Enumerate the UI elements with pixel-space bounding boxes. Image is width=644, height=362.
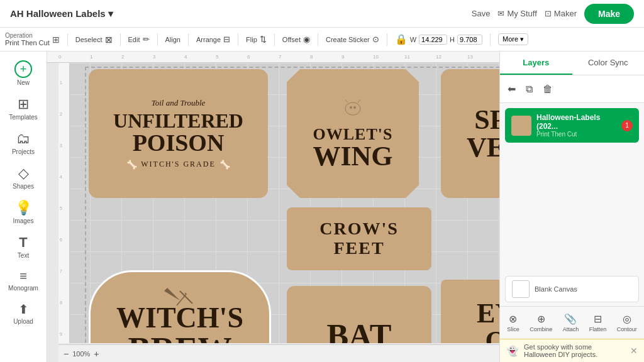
envelope-icon: ✉ (497, 9, 504, 18)
toolbar-offset-group[interactable]: Offset ◉ (282, 35, 310, 44)
contour-label: Contour (617, 326, 637, 332)
svg-point-2 (353, 106, 356, 109)
right-panel: Layers Color Sync ⬅ ⧉ 🗑 Halloween-Labels… (499, 52, 644, 362)
unfiltered-poison-label[interactable]: Toil and Trouble UNFILTERED POISON 🦴 WIT… (89, 69, 268, 198)
ghost-icon: 👻 (506, 345, 519, 357)
layers-list: Halloween-Labels (202... Print Then Cut … (500, 103, 644, 306)
project-title[interactable]: AH Halloween Labels ▾ (10, 8, 113, 19)
panel-delete-button[interactable]: 🗑 (540, 80, 555, 97)
images-icon: 💡 (15, 200, 32, 216)
canvas-content[interactable]: Toil and Trouble UNFILTERED POISON 🦴 WIT… (70, 63, 499, 343)
flatten-icon: ⊟ (594, 313, 602, 325)
sep4 (188, 33, 189, 46)
pencil-icon: ✏ (143, 35, 150, 44)
shapes-icon: ◇ (18, 165, 29, 182)
toolbar-flip-group[interactable]: Flip ⇅ (246, 35, 267, 44)
owlets-line2: WING (313, 143, 392, 170)
eye-line1: EY (477, 300, 499, 327)
top-nav: AH Halloween Labels ▾ Save ✉ My Stuff ⊡ … (0, 0, 644, 28)
sidebar-item-text[interactable]: T Text (3, 231, 44, 263)
spiders-venom-label[interactable]: SPI VEN (441, 69, 499, 198)
promo-close-button[interactable]: ✕ (630, 346, 638, 356)
zoom-value: 100% (72, 350, 90, 358)
sidebar-item-projects-label: Projects (12, 148, 35, 155)
sidebar-item-images[interactable]: 💡 Images (3, 196, 44, 228)
deselect-icon: ⊠ (105, 35, 113, 45)
layer-item[interactable]: Halloween-Labels (202... Print Then Cut … (505, 108, 639, 143)
combine-icon: ⊕ (537, 313, 545, 325)
eye-line2: O (485, 327, 499, 344)
sidebar-item-upload[interactable]: ⬆ Upload (3, 298, 44, 329)
sidebar-item-upload-label: Upload (13, 318, 33, 325)
operation-selector[interactable]: Operation Print Then Cut (5, 32, 50, 47)
maker-link[interactable]: ⊡ Maker (545, 9, 577, 18)
layers-space (500, 148, 644, 273)
monogram-icon: ≡ (19, 269, 27, 283)
toolbar-align-group[interactable]: Align (165, 36, 180, 43)
attach-tool[interactable]: 📎 Attach (559, 310, 583, 335)
sidebar-item-new[interactable]: + New (3, 57, 44, 90)
sidebar-item-projects[interactable]: 🗂 Projects (3, 127, 44, 159)
sidebar-item-templates[interactable]: ⊞ Templates (3, 92, 44, 124)
spiders-line2: VEN (467, 134, 499, 162)
width-input[interactable] (419, 35, 447, 45)
sidebar-item-images-label: Images (13, 217, 34, 224)
new-icon: + (14, 60, 32, 78)
contour-icon: ◎ (623, 313, 631, 325)
save-link[interactable]: Save (472, 9, 491, 18)
zoom-in-button[interactable]: + (94, 349, 99, 359)
owlets-decoration (334, 97, 372, 124)
sidebar-item-shapes[interactable]: ◇ Shapes (3, 162, 44, 194)
canvas-inner[interactable]: 1 2 3 4 5 6 7 8 9 Toil and Trouble UNFIL… (58, 63, 499, 343)
toolbar-arrange-group[interactable]: Arrange ⊟ (196, 35, 230, 44)
tab-layers[interactable]: Layers (500, 52, 572, 75)
toolbar-sticker-group[interactable]: Create Sticker ⊙ (326, 35, 379, 44)
combine-tool[interactable]: ⊕ Combine (526, 310, 556, 335)
layer-badge: 1 (621, 120, 633, 131)
toolbar-operation-group: Operation Print Then Cut ⊞ (5, 32, 60, 47)
make-button[interactable]: Make (584, 4, 634, 24)
more-button[interactable]: More ▾ (498, 33, 528, 45)
my-stuff-link[interactable]: ✉ My Stuff (497, 9, 536, 18)
tab-color-sync[interactable]: Color Sync (572, 52, 645, 75)
ruler-vertical: 1 2 3 4 5 6 7 8 9 (58, 63, 70, 343)
canvas-area[interactable]: 0 1 2 3 4 5 6 7 8 9 10 11 12 13 1 2 3 4 … (47, 52, 499, 362)
bat-label[interactable]: BAT - - - - - - - (287, 286, 431, 343)
owlets-line1: OWLET'S (313, 126, 393, 143)
slice-label: Slice (507, 326, 519, 332)
toolbar: Operation Print Then Cut ⊞ Deselect ⊠ Ed… (0, 28, 644, 52)
brew-decoration (155, 288, 205, 307)
layer-sub: Print Then Cut (536, 131, 616, 138)
svg-line-3 (345, 100, 348, 102)
promo-bar: 👻 Get spooky with some Halloween DIY pro… (500, 339, 644, 362)
combine-label: Combine (530, 326, 552, 332)
eye-label[interactable]: EY O NE (441, 280, 499, 343)
zoom-out-button[interactable]: − (64, 349, 69, 359)
svg-point-1 (350, 106, 352, 109)
nav-right: Save ✉ My Stuff ⊡ Maker Make (472, 4, 634, 24)
layer-thumbnail (511, 116, 531, 136)
templates-icon: ⊞ (18, 96, 29, 112)
align-label: Align (165, 36, 180, 43)
owlets-wing-label[interactable]: OWLET'S WING (287, 69, 419, 198)
panel-back-button[interactable]: ⬅ (505, 80, 518, 97)
sidebar-item-monogram[interactable]: ≡ Monogram (3, 265, 44, 295)
slice-tool[interactable]: ⊗ Slice (503, 310, 523, 335)
panel-copy-button[interactable]: ⧉ (523, 80, 535, 97)
sidebar-item-templates-label: Templates (9, 114, 38, 121)
blank-canvas-label: Blank Canvas (535, 285, 577, 293)
height-input[interactable] (457, 35, 482, 45)
contour-tool[interactable]: ◎ Contour (613, 310, 641, 335)
unfiltered-line3: POISON (133, 131, 225, 155)
toolbar-deselect-group[interactable]: Deselect ⊠ (75, 35, 113, 45)
blank-canvas-row[interactable]: Blank Canvas (505, 276, 639, 302)
sidebar-item-new-label: New (17, 79, 30, 86)
toolbar-edit-group[interactable]: Edit ✏ (128, 35, 150, 44)
crows-feet-label[interactable]: CROW'S FEET (287, 207, 431, 270)
bottom-tools: ⊗ Slice ⊕ Combine 📎 Attach ⊟ Flatten ◎ C… (500, 306, 644, 339)
arrange-icon: ⊟ (223, 35, 230, 44)
flatten-tool[interactable]: ⊟ Flatten (586, 310, 611, 335)
witchs-brew-label[interactable]: WITCH'S BREW (89, 270, 271, 343)
attach-icon: 📎 (564, 313, 577, 325)
sep6 (274, 33, 275, 46)
